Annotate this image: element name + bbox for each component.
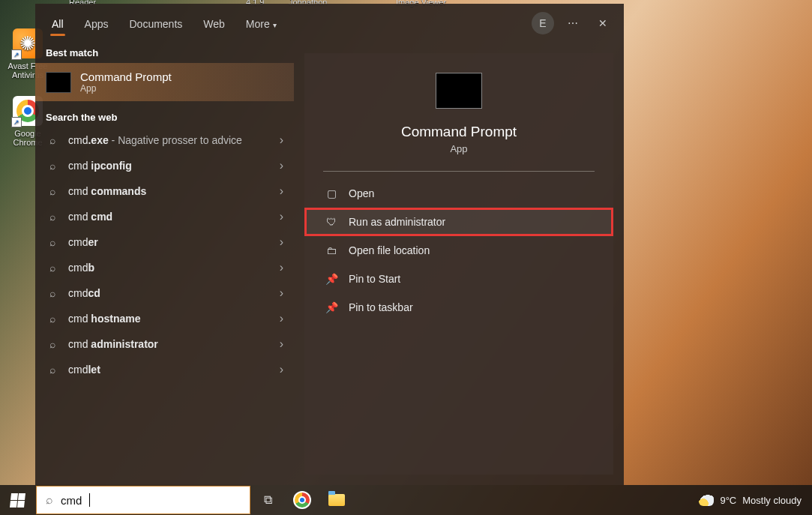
chevron-right-icon: ›	[280, 337, 283, 351]
folder-icon: 🗀	[325, 244, 338, 256]
web-result[interactable]: ⌕ cmd commands ›	[35, 178, 294, 204]
detail-title: Command Prompt	[401, 124, 517, 140]
cmd-icon	[46, 72, 71, 93]
tab-documents[interactable]: Documents	[118, 7, 193, 39]
menu-button[interactable]: ⋯	[558, 8, 588, 38]
section-search-web: Search the web	[35, 107, 294, 127]
windows-icon	[10, 493, 25, 508]
detail-actions: ▢ Open 🛡 Run as administrator 🗀 Open fil…	[304, 179, 613, 322]
web-result[interactable]: ⌕ cmdlet ›	[35, 357, 294, 382]
chevron-right-icon: ›	[280, 133, 283, 147]
taskbar-chrome[interactable]	[285, 485, 319, 515]
detail-subtitle: App	[450, 143, 467, 154]
web-result[interactable]: ⌕ cmdcd ›	[35, 280, 294, 306]
shortcut-arrow-icon: ↗	[11, 49, 22, 60]
web-result[interactable]: ⌕ cmd.exe - Nagative prosser to advice ›	[35, 127, 294, 153]
web-result[interactable]: ⌕ cmd administrator ›	[35, 331, 294, 357]
shortcut-arrow-icon: ↗	[11, 117, 22, 127]
web-result[interactable]: ⌕ cmd ipconfig ›	[35, 153, 294, 178]
detail-card: Command Prompt App ▢ Open 🛡 Run as admin…	[304, 53, 613, 475]
shield-icon: 🛡	[325, 216, 338, 228]
search-panel-header: All Apps Documents Web More▾ E ⋯ ✕	[35, 4, 624, 43]
close-button[interactable]: ✕	[588, 8, 618, 38]
pin-icon: 📌	[325, 301, 338, 313]
tab-more-label: More	[246, 18, 270, 30]
search-tabs: All Apps Documents Web More▾	[41, 7, 287, 39]
search-value: cmd	[61, 494, 82, 507]
system-tray[interactable]: 9°C Mostly cloudy	[699, 494, 812, 506]
action-label: Pin to taskbar	[349, 301, 413, 313]
web-result[interactable]: ⌕ cmder ›	[35, 229, 294, 255]
action-label: Run as administrator	[349, 216, 445, 228]
taskbar-search-input[interactable]: ⌕ cmd	[36, 486, 250, 514]
tab-web[interactable]: Web	[193, 7, 235, 39]
chevron-down-icon: ▾	[273, 21, 277, 29]
search-icon: ⌕	[46, 262, 59, 274]
search-icon: ⌕	[46, 338, 59, 350]
search-icon: ⌕	[46, 236, 59, 248]
web-result-label: cmd cmd	[68, 211, 112, 223]
search-icon: ⌕	[46, 493, 53, 507]
action-pin-to-taskbar[interactable]: 📌 Pin to taskbar	[304, 293, 613, 322]
best-match-title: Command Prompt	[80, 70, 172, 83]
action-label: Open file location	[349, 244, 430, 256]
avatar-circle: E	[532, 12, 554, 34]
open-icon: ▢	[325, 187, 338, 199]
action-label: Open	[349, 187, 374, 199]
search-icon: ⌕	[46, 287, 59, 299]
web-result-label: cmd administrator	[68, 338, 158, 350]
weather-icon	[699, 494, 714, 506]
chevron-right-icon: ›	[280, 261, 283, 274]
search-icon: ⌕	[46, 160, 59, 172]
tab-all[interactable]: All	[41, 7, 74, 39]
web-result[interactable]: ⌕ cmd hostname ›	[35, 306, 294, 331]
search-icon: ⌕	[46, 364, 59, 376]
action-open[interactable]: ▢ Open	[304, 179, 613, 208]
separator	[323, 171, 595, 172]
chevron-right-icon: ›	[280, 184, 283, 198]
search-icon: ⌕	[46, 185, 59, 197]
chevron-right-icon: ›	[280, 210, 283, 223]
web-result-label: cmdb	[68, 262, 94, 274]
text-caret	[89, 493, 90, 507]
web-result-label: cmd.exe - Nagative prosser to advice	[68, 134, 242, 146]
action-pin-to-start[interactable]: 📌 Pin to Start	[304, 265, 613, 293]
action-label: Pin to Start	[349, 273, 400, 285]
chevron-right-icon: ›	[280, 363, 283, 376]
web-result[interactable]: ⌕ cmdb ›	[35, 255, 294, 280]
web-result[interactable]: ⌕ cmd cmd ›	[35, 204, 294, 229]
user-avatar[interactable]: E	[528, 8, 558, 38]
web-result-label: cmd hostname	[68, 313, 140, 325]
chevron-right-icon: ›	[280, 286, 283, 300]
search-icon: ⌕	[46, 313, 59, 325]
web-result-label: cmder	[68, 236, 98, 248]
web-result-label: cmdcd	[68, 287, 100, 299]
cmd-icon-large	[436, 73, 482, 109]
folder-icon	[328, 494, 345, 506]
best-match-item[interactable]: Command Prompt App	[35, 63, 294, 101]
weather-condition: Mostly cloudy	[742, 495, 802, 506]
pin-icon: 📌	[325, 273, 338, 285]
weather-temperature: 9°C	[720, 495, 736, 506]
start-button[interactable]	[0, 485, 34, 515]
search-icon: ⌕	[46, 134, 59, 146]
detail-column: Command Prompt App ▢ Open 🛡 Run as admin…	[294, 43, 624, 485]
taskbar-file-explorer[interactable]	[319, 485, 354, 515]
tab-apps[interactable]: Apps	[74, 7, 119, 39]
tab-more[interactable]: More▾	[235, 7, 287, 39]
search-panel: All Apps Documents Web More▾ E ⋯ ✕ Best …	[35, 4, 624, 485]
chevron-right-icon: ›	[280, 235, 283, 249]
results-column: Best match Command Prompt App Search the…	[35, 43, 294, 485]
action-run-as-administrator[interactable]: 🛡 Run as administrator	[304, 208, 613, 236]
chrome-icon	[293, 491, 311, 509]
taskbar: ⌕ cmd ⧉ 9°C Mostly cloudy	[0, 485, 812, 515]
task-view-button[interactable]: ⧉	[250, 485, 285, 515]
web-result-label: cmd commands	[68, 185, 146, 197]
best-match-subtitle: App	[80, 83, 172, 94]
action-open-file-location[interactable]: 🗀 Open file location	[304, 236, 613, 265]
chevron-right-icon: ›	[280, 312, 283, 325]
search-icon: ⌕	[46, 211, 59, 223]
chevron-right-icon: ›	[280, 159, 283, 172]
web-result-label: cmdlet	[68, 364, 100, 376]
section-best-match: Best match	[35, 43, 294, 63]
